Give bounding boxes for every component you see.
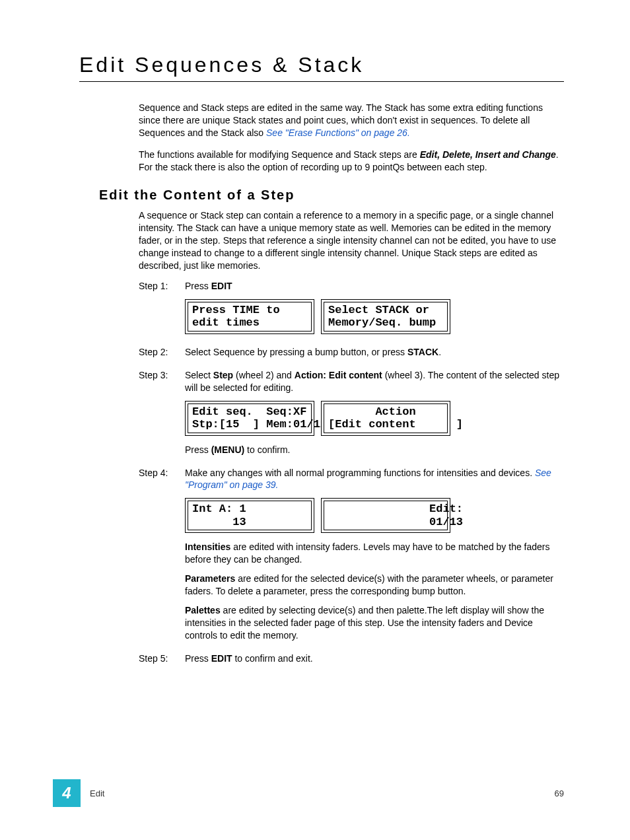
step5-b: EDIT bbox=[211, 653, 232, 664]
lcd1-right-text: Select STACK or Memory/Seq. bump bbox=[324, 302, 448, 332]
lcd-display-right-2: Action [Edit content ] bbox=[321, 401, 450, 436]
lcd2-right-text: Action [Edit content ] bbox=[324, 403, 448, 433]
step2-a: Select Sequence by pressing a bump butto… bbox=[185, 347, 407, 357]
lcd-display-right-1: Select STACK or Memory/Seq. bump bbox=[321, 299, 450, 334]
step3-h: to confirm. bbox=[244, 444, 290, 455]
chapter-title: Edit Sequences & Stack bbox=[79, 53, 564, 77]
lcd1-left-text: Press TIME to edit times bbox=[188, 302, 312, 332]
intro-p2-a: The functions available for modifying Se… bbox=[139, 149, 420, 160]
lcd-display-left-3: Int A: 1 13 bbox=[185, 498, 314, 533]
step4-parameters: Parameters are edited for the selected d… bbox=[185, 573, 564, 598]
lcd2-left-text: Edit seq. Seq:XF Stp:[15 ] Mem:01/12 bbox=[188, 403, 312, 433]
step1-label: Step 1: bbox=[139, 280, 185, 293]
step4-text: Make any changes with all normal program… bbox=[185, 467, 564, 492]
step3-f: Press bbox=[185, 444, 211, 455]
section-intro: A sequence or Stack step can contain a r… bbox=[139, 209, 564, 271]
footer-section-label: Edit bbox=[90, 788, 104, 798]
step5-a: Press bbox=[185, 653, 211, 664]
step5-label: Step 5: bbox=[139, 652, 185, 665]
lcd-display-right-3: Edit: 01/13 bbox=[321, 498, 450, 533]
lcd-display-left-1: Press TIME to edit times bbox=[185, 299, 314, 334]
step4-a: Make any changes with all normal program… bbox=[185, 468, 535, 478]
intro-paragraph-1: Sequence and Stack steps are edited in t… bbox=[139, 102, 564, 139]
step4-intensities: Intensities are edited with intensity fa… bbox=[185, 541, 564, 566]
step4-label: Step 4: bbox=[139, 467, 185, 479]
step1-b: EDIT bbox=[211, 281, 232, 291]
step4-pal-b: are edited by selecting device(s) and th… bbox=[185, 605, 544, 641]
step1-a: Press bbox=[185, 281, 211, 291]
step4-int-b: are edited with intensity faders. Levels… bbox=[185, 542, 550, 565]
chapter-number-badge: 4 bbox=[53, 779, 81, 807]
step1-text: Press EDIT bbox=[185, 280, 564, 293]
step3-b: Step bbox=[213, 370, 233, 380]
step3-g: (MENU) bbox=[211, 444, 245, 455]
step3-text: Select Step (wheel 2) and Action: Edit c… bbox=[185, 369, 564, 394]
step5-text: Press EDIT to confirm and exit. bbox=[185, 652, 564, 665]
intro-paragraph-2: The functions available for modifying Se… bbox=[139, 149, 564, 174]
lcd3-right-text: Edit: 01/13 bbox=[324, 501, 448, 530]
lcd-display-left-2: Edit seq. Seq:XF Stp:[15 ] Mem:01/12 bbox=[185, 401, 314, 436]
step3-c: (wheel 2) and bbox=[233, 370, 295, 380]
link-erase-functions[interactable]: See "Erase Functions" on page 26. bbox=[266, 127, 410, 138]
step3-a: Select bbox=[185, 370, 213, 380]
page-number: 69 bbox=[555, 788, 564, 798]
step2-text: Select Sequence by pressing a bump butto… bbox=[185, 346, 564, 359]
section-title: Edit the Content of a Step bbox=[99, 188, 564, 203]
step3-label: Step 3: bbox=[139, 369, 185, 382]
step4-par-b: are edited for the selected device(s) wi… bbox=[185, 573, 553, 596]
step3-confirm: Press (MENU) to confirm. bbox=[185, 444, 564, 456]
step4-int-a: Intensities bbox=[185, 542, 230, 552]
title-rule bbox=[79, 81, 564, 82]
step5-c: to confirm and exit. bbox=[232, 653, 313, 664]
intro-p2-bold: Edit, Delete, Insert and Change bbox=[420, 149, 556, 160]
step2-c: . bbox=[438, 347, 441, 357]
step4-palettes: Palettes are edited by selecting device(… bbox=[185, 604, 564, 642]
step2-label: Step 2: bbox=[139, 346, 185, 359]
step4-pal-a: Palettes bbox=[185, 605, 221, 615]
step3-d: Action: Edit content bbox=[295, 370, 382, 380]
lcd3-left-text: Int A: 1 13 bbox=[188, 501, 312, 530]
step2-b: STACK bbox=[407, 347, 438, 357]
step4-par-a: Parameters bbox=[185, 573, 235, 584]
